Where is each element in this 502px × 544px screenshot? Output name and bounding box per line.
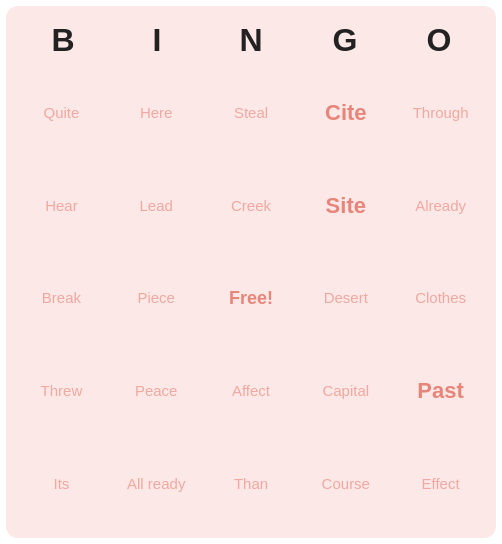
header-letter: G [298,16,392,65]
bingo-cell[interactable]: Affect [206,347,297,436]
bingo-cell[interactable]: Its [16,439,107,528]
bingo-cell[interactable]: Cite [300,69,391,158]
header-letter: B [16,16,110,65]
bingo-cell[interactable]: Here [111,69,202,158]
bingo-cell[interactable]: Steal [206,69,297,158]
bingo-cell[interactable]: Clothes [395,254,486,343]
bingo-cell[interactable]: Through [395,69,486,158]
bingo-cell[interactable]: All ready [111,439,202,528]
bingo-cell[interactable]: Piece [111,254,202,343]
header-letter: I [110,16,204,65]
bingo-cell[interactable]: Effect [395,439,486,528]
bingo-cell[interactable]: Quite [16,69,107,158]
bingo-cell[interactable]: Site [300,162,391,251]
bingo-cell[interactable]: Lead [111,162,202,251]
header-letter: O [392,16,486,65]
bingo-header: BINGO [16,16,486,65]
bingo-cell[interactable]: Threw [16,347,107,436]
bingo-cell[interactable]: Capital [300,347,391,436]
bingo-cell[interactable]: Peace [111,347,202,436]
bingo-cell[interactable]: Past [395,347,486,436]
bingo-cell[interactable]: Hear [16,162,107,251]
bingo-cell[interactable]: Break [16,254,107,343]
header-letter: N [204,16,298,65]
bingo-cell[interactable]: Course [300,439,391,528]
bingo-cell[interactable]: Creek [206,162,297,251]
bingo-cell[interactable]: Than [206,439,297,528]
bingo-grid: QuiteHereStealCiteThroughHearLeadCreekSi… [16,69,486,528]
bingo-cell[interactable]: Already [395,162,486,251]
bingo-cell[interactable]: Desert [300,254,391,343]
bingo-cell[interactable]: Free! [206,254,297,343]
bingo-card: BINGO QuiteHereStealCiteThroughHearLeadC… [6,6,496,538]
